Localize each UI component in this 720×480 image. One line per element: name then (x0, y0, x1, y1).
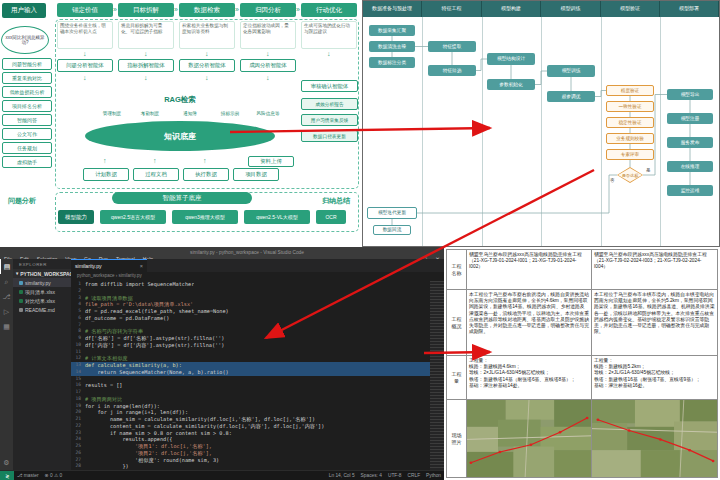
swimlane-panel: 数据准备与预处理 特征工程 模型构建 模型训练 模型验证 模型部署 数 (362, 0, 720, 247)
kb-tag: 考勤制度 (130, 111, 170, 116)
window-title: similarity.py - python_workspace - Visua… (190, 247, 304, 259)
node-feature-extract: 特征提取 (428, 41, 476, 52)
node-check: 专家评审 (606, 149, 654, 160)
flow-arrow-icon: ↓ (266, 50, 270, 57)
python-file-icon (19, 281, 23, 285)
gate-no-label: 否 (610, 178, 615, 183)
file-item[interactable]: README.md (13, 305, 71, 314)
code-line (71, 376, 430, 383)
scenario-item: 问题智能分析 (2, 58, 52, 70)
node-structure: 模型结构设计 (487, 53, 535, 65)
kb-tag: 招标示例 (210, 111, 250, 116)
upload-box: 资料上传 (248, 156, 294, 167)
code-line: # 名称与内容转为字符串 (71, 328, 430, 335)
code-line-selected: def calculate_similarity(a, b): (71, 362, 430, 369)
tab-similarity[interactable]: similarity.py × (71, 259, 147, 272)
user-input-box: 用户输入 (2, 3, 46, 18)
composite-screenshot: 用户输入 xxx同比利润总额异动? 锚定价值 目标拆解 数据检索 归因分析 行动… (0, 0, 720, 480)
code-line: results.append({ (71, 436, 430, 443)
flow-arrow-icon: ↓ (144, 74, 148, 81)
stage-goal-decompose: 目标拆解 (118, 3, 174, 17)
code-line: # 项目两两对比 (71, 396, 430, 403)
language-status[interactable]: Python (423, 471, 444, 480)
project-desc-cell: 本工程位于乌兰察布市察右前旗境内，线路自黄旗换流站向东南方向沿既有走廊延伸，全长… (467, 290, 592, 356)
git-branch-status[interactable]: ⎇ master (14, 471, 42, 480)
scenario-item: 智能问答 (2, 114, 52, 126)
status-bar: ≷ ⎇ master ⊗ 0 ⚠ 0 Ln 14, Col 5 Spaces: … (0, 470, 444, 480)
excel-file-icon (19, 299, 23, 303)
code-line: # 计算文本相似度 (71, 355, 430, 362)
node-check: 一致性验证 (606, 101, 654, 112)
row-label: 工程名称 (447, 250, 467, 290)
code-line: '相似度': round(name_sim, 3) (71, 457, 430, 464)
stage-desc: 围绕业务价值主线，明确本次分析切入点 (57, 21, 113, 49)
minimap[interactable] (430, 281, 444, 470)
feedback-item: 成效分析报告 (301, 98, 358, 110)
doc-box: 项目数据 (233, 168, 279, 181)
settings-gear-icon[interactable]: ⚙ (0, 455, 13, 470)
code-line: content_sim = calculate_similarity(df.lo… (71, 423, 430, 430)
extensions-icon[interactable]: ▦ (0, 319, 13, 334)
source-control-icon[interactable]: ⎇ (0, 289, 13, 304)
satellite-image (467, 400, 591, 477)
scenario-item: 低效益损耗分析 (2, 86, 52, 98)
activity-bar: ▤ ⌕ ⎇ ▷ ▦ ⚙ (0, 259, 13, 470)
agent-box: 成因分析智能体 (240, 59, 296, 72)
search-icon[interactable]: ⌕ (0, 274, 13, 289)
encoding-status[interactable]: UTF-8 (385, 471, 405, 480)
project-desc-cell: 本工程位于乌兰察布市丰镇市境内，线路自丰镇变电站向西南方向沿规划走廊延伸，全长约… (592, 290, 717, 356)
agent-box: 指标拆解智能体 (118, 59, 174, 72)
code-line: '项目2': df.loc[j,'名称'], (71, 450, 430, 457)
code-line: file_path = r'D:\data\项目清单.xlsx' (71, 301, 430, 308)
file-item[interactable]: similarity.py (13, 278, 71, 287)
code-line (71, 389, 430, 396)
cursor-position-status[interactable]: Ln 14, Col 5 (326, 471, 358, 480)
chevron-right-icon: » (174, 6, 178, 13)
satellite-photo (592, 400, 717, 477)
file-item[interactable]: 对比结果.xlsx (13, 296, 71, 305)
flow-arrow-icon: ↓ (83, 50, 87, 57)
gate-label: 是否达标 (622, 173, 639, 178)
explorer-sidebar: EXPLORER ▾ PYTHON_WORKSPACE similarity.p… (13, 259, 71, 470)
node-export: 模型导出 (667, 89, 713, 100)
code-editor[interactable]: from difflib import SequenceMatcher # 读取… (71, 281, 444, 470)
satellite-image (592, 400, 717, 477)
agent-box: 问题分析智能体 (57, 59, 113, 72)
tab-close-icon[interactable]: × (140, 263, 143, 269)
stage-desc: 生成可落地的优化行动与跟踪建议 (301, 21, 357, 49)
code-line: df = pd.read_excel(file_path, sheet_name… (71, 308, 430, 315)
knowledge-base-label: 知识底座 (164, 131, 196, 142)
stage-action-optimize: 行动优化 (301, 3, 357, 17)
node-monitor: 监控运维 (667, 185, 713, 196)
files-icon[interactable]: ▤ (0, 259, 13, 274)
breadcrumb[interactable]: python_workspace › similarity.py (71, 272, 444, 281)
node-collect: 数据采集汇聚 (369, 25, 415, 36)
workspace-name: PYTHON_WORKSPACE (20, 271, 71, 277)
section-label-right: 归纳总结 (322, 196, 350, 206)
eol-status[interactable]: CRLF (405, 471, 424, 480)
row-label: 现场照片 (447, 400, 467, 477)
node-train: 模型训练 (547, 65, 595, 77)
editor-titlebar: FileEditSelectionViewGoRunTerminalHelp s… (0, 247, 444, 259)
workspace-root[interactable]: ▾ PYTHON_WORKSPACE (13, 269, 71, 278)
gate-yes-label: 是 (646, 168, 651, 173)
model-capability-label: 模型能力 (58, 210, 94, 224)
node-check: 业务规则校验 (606, 133, 654, 144)
problems-status[interactable]: ⊗ 0 ⚠ 0 (42, 471, 66, 480)
report-table: 工程名称 锡盟至乌兰察布段跨越xxx高压输电线路隐患排查工程（21-XG-TJ9… (446, 249, 718, 478)
file-item[interactable]: 项目清单.xlsx (13, 287, 71, 296)
node-publish: 服务发布 (667, 137, 713, 148)
code-line: }) (71, 463, 430, 470)
markdown-file-icon (19, 308, 23, 312)
excel-file-icon (19, 290, 23, 294)
code-editor-window: FileEditSelectionViewGoRunTerminalHelp s… (0, 247, 444, 480)
indent-status[interactable]: Spaces: 4 (358, 471, 385, 480)
node-labeling: 数据标注分类 (369, 57, 415, 68)
flow-arrow-icon: ↓ (266, 74, 270, 81)
row-label: 工程概况 (447, 290, 467, 356)
code-line: df['内容'] = df['内容'].astype(str).fillna('… (71, 342, 430, 349)
remote-indicator[interactable]: ≷ (0, 471, 14, 480)
code-line: df_outcome = pd.DataFrame() (71, 315, 430, 322)
tab-label: similarity.py (75, 263, 102, 269)
debug-icon[interactable]: ▷ (0, 304, 13, 319)
